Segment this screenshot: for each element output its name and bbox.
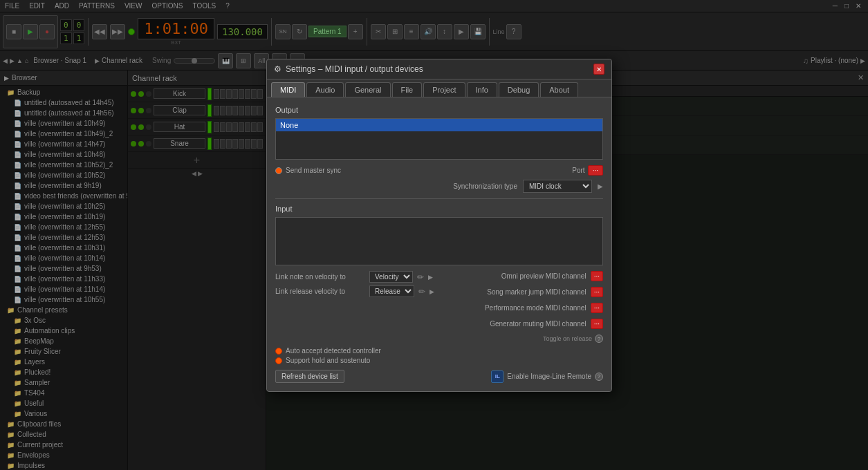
settings-icon: ⚙: [274, 64, 281, 74]
velocity-options-row: Link note on velocity to Velocity ✏ ▶ Li…: [275, 271, 603, 343]
link-note-edit-icon[interactable]: ✏: [417, 272, 424, 282]
song-marker-label: Song marker jump MIDI channel: [487, 288, 586, 296]
gen-muting-row: Generator muting MIDI channel ···: [448, 319, 603, 329]
link-release-select[interactable]: Release: [369, 285, 414, 297]
song-marker-row: Song marker jump MIDI channel ···: [448, 287, 603, 297]
send-sync-label: Send master sync: [286, 167, 341, 174]
perf-mode-row: Performance mode MIDI channel ···: [448, 303, 603, 313]
support-hold-radio[interactable]: [275, 357, 282, 364]
tab-debug[interactable]: Debug: [499, 82, 539, 97]
release-velocity-row: Link release velocity to Release ✏ ▶: [275, 285, 434, 297]
bottom-row: Refresh device list IL Enable Image-Line…: [275, 370, 603, 383]
tab-audio[interactable]: Audio: [306, 82, 344, 97]
refresh-button[interactable]: Refresh device list: [275, 370, 344, 383]
toggle-label: Toggle on release: [543, 335, 592, 342]
auto-accept-label: Auto accept detected controller: [286, 347, 381, 355]
output-section-label: Output: [275, 106, 603, 114]
toggle-info-icon[interactable]: ?: [595, 335, 603, 343]
auto-accept-radio[interactable]: [275, 348, 282, 355]
sync-arrow: ▶: [598, 182, 603, 190]
port-group: Port ···: [572, 165, 603, 176]
tab-file[interactable]: File: [392, 82, 423, 97]
link-note-label: Link note on velocity to: [275, 273, 365, 281]
settings-dialog: ⚙ Settings – MIDI input / output devices…: [266, 59, 612, 392]
sync-row: Send master sync Port ···: [275, 165, 603, 176]
tab-info[interactable]: Info: [467, 82, 497, 97]
send-sync-radio[interactable]: [275, 167, 282, 174]
dialog-title: ⚙ Settings – MIDI input / output devices: [274, 64, 423, 74]
send-sync-group: Send master sync: [275, 167, 341, 174]
sync-type-label: Synchronization type: [453, 182, 517, 190]
omni-label: Omni preview MIDI channel: [501, 272, 587, 280]
perf-mode-label: Performance mode MIDI channel: [485, 304, 587, 312]
sync-type-row: Synchronization type MIDI clock ▶: [275, 180, 603, 193]
tab-bar: MIDIAudioGeneralFileProjectInfoDebugAbou…: [267, 79, 611, 97]
tab-about[interactable]: About: [540, 82, 578, 97]
input-section-label: Input: [275, 205, 603, 213]
song-marker-btn[interactable]: ···: [591, 287, 603, 297]
output-item-none[interactable]: None: [276, 119, 602, 131]
support-hold-label: Support hold and sostenuto: [286, 357, 370, 364]
separator1: [275, 198, 603, 199]
tab-general[interactable]: General: [345, 82, 390, 97]
support-hold-row: Support hold and sostenuto: [275, 357, 603, 364]
tab-midi[interactable]: MIDI: [271, 82, 305, 97]
enable-il-label: Enable Image-Line Remote: [507, 373, 591, 380]
note-velocity-row: Link note on velocity to Velocity ✏ ▶: [275, 271, 434, 283]
link-release-arrow: ▶: [430, 288, 434, 295]
modal-overlay: ⚙ Settings – MIDI input / output devices…: [0, 0, 868, 470]
link-note-select[interactable]: Velocity: [369, 271, 413, 283]
output-list[interactable]: None: [275, 118, 603, 160]
port-label: Port: [572, 167, 584, 174]
il-logo: IL: [491, 370, 504, 383]
enable-il-remote-row: IL Enable Image-Line Remote ?: [491, 370, 603, 383]
checkboxes-group: Auto accept detected controller Support …: [275, 347, 603, 364]
sync-type-select[interactable]: MIDI clock: [523, 180, 592, 193]
dialog-title-text: Settings – MIDI input / output devices: [286, 64, 423, 74]
il-info-icon[interactable]: ?: [595, 373, 603, 381]
gen-muting-btn[interactable]: ···: [591, 319, 603, 329]
omni-channel-btn[interactable]: ···: [591, 271, 603, 281]
toggle-row: Toggle on release ?: [448, 335, 603, 343]
velocity-left: Link note on velocity to Velocity ✏ ▶ Li…: [275, 271, 434, 343]
input-list[interactable]: [275, 217, 603, 265]
dialog-content: Output None Send master sync Port ··· Sy…: [267, 97, 611, 391]
auto-accept-row: Auto accept detected controller: [275, 347, 603, 355]
omni-preview-row: Omni preview MIDI channel ···: [448, 271, 603, 281]
dialog-title-bar: ⚙ Settings – MIDI input / output devices…: [267, 59, 611, 79]
perf-mode-btn[interactable]: ···: [591, 303, 603, 313]
link-note-arrow: ▶: [428, 274, 433, 281]
dialog-close-btn[interactable]: ✕: [593, 64, 604, 75]
midi-channel-options: Omni preview MIDI channel ··· Song marke…: [448, 271, 603, 343]
gen-muting-label: Generator muting MIDI channel: [490, 320, 587, 328]
link-release-label: Link release velocity to: [275, 288, 365, 295]
tab-project[interactable]: Project: [423, 82, 465, 97]
port-button[interactable]: ···: [588, 165, 603, 176]
link-release-edit-icon[interactable]: ✏: [418, 287, 425, 297]
